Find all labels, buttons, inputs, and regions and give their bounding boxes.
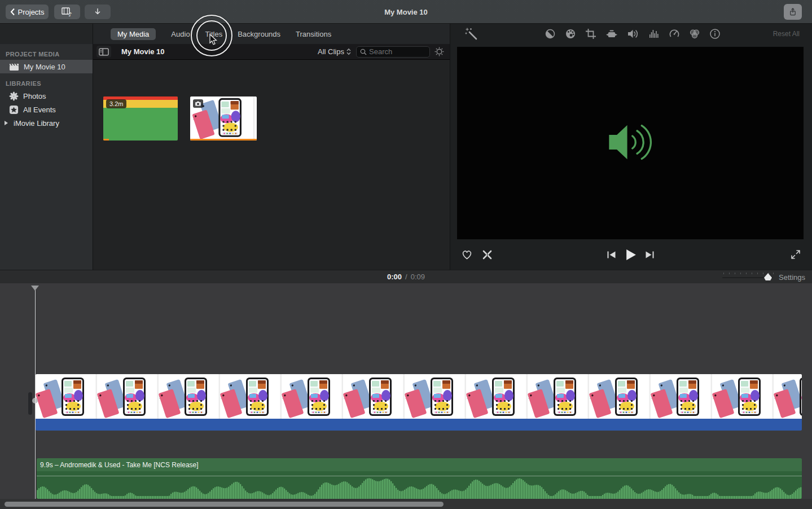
mouse-cursor (209, 34, 218, 46)
audio-clip-header: 9.9s – Andromedik & Used - Take Me [NCS … (37, 458, 802, 471)
total-duration: 0:09 (411, 273, 425, 281)
viewer-video-canvas[interactable] (457, 47, 804, 239)
sidebar-item-all-events[interactable]: All Events (0, 103, 93, 116)
browser-header: My Movie 10 All Clips (93, 44, 450, 60)
media-browser-grid: 3.2m (93, 60, 450, 270)
viewer-divider (450, 24, 450, 270)
sidebar-item-label: My Movie 10 (24, 63, 65, 71)
filmstrip-frames (36, 374, 802, 419)
volume-icon[interactable] (627, 28, 639, 40)
timeline[interactable]: 9.9s – Andromedik & Used - Take Me [NCS … (0, 283, 812, 499)
search-input[interactable] (369, 47, 426, 56)
all-clips-label: All Clips (318, 47, 344, 56)
media-tabbar: My Media Audio Titles Backgrounds Transi… (93, 24, 450, 44)
clapperboard-icon (9, 63, 19, 71)
current-time: 0:00 (387, 273, 402, 281)
time-separator: / (405, 273, 407, 281)
duration-badge: 3.2m (106, 99, 126, 108)
project-media-header: PROJECT MEDIA (0, 44, 93, 60)
sidebar-item-label: All Events (23, 106, 56, 114)
crop-icon[interactable] (585, 28, 596, 40)
libraries-header: LIBRARIES (0, 73, 93, 89)
camera-icon (195, 101, 201, 106)
browser-settings-gear-icon[interactable] (434, 47, 444, 56)
media-clip-audio[interactable]: 3.2m (103, 96, 178, 141)
color-balance-icon[interactable] (545, 28, 556, 40)
clip-info-icon[interactable] (709, 28, 721, 40)
previous-frame-icon[interactable] (607, 250, 616, 260)
volume-line[interactable] (37, 476, 802, 476)
timeline-audio-clip[interactable]: 9.9s – Andromedik & Used - Take Me [NCS … (37, 458, 802, 499)
color-correction-palette-icon[interactable] (565, 28, 576, 40)
sidebar-toggle-icon (99, 48, 109, 56)
tab-my-media[interactable]: My Media (111, 28, 156, 40)
video-clip-bar (36, 419, 802, 431)
timeline-settings-button[interactable]: Settings (779, 273, 805, 282)
photo-camera-badge (193, 99, 203, 108)
search-icon (360, 49, 367, 55)
horizontal-scrollbar[interactable] (5, 502, 444, 507)
media-clip-image[interactable] (190, 96, 257, 141)
sidebar-item-my-movie[interactable]: My Movie 10 (0, 60, 93, 73)
sidebar-toggle-button[interactable] (96, 46, 111, 58)
audio-clip-label: 9.9s – Andromedik & Used - Take Me [NCS … (40, 461, 199, 469)
tab-backgrounds[interactable]: Backgrounds (238, 28, 280, 40)
playhead-handle[interactable] (31, 286, 39, 291)
playhead-line[interactable] (35, 287, 36, 500)
star-icon (9, 105, 19, 115)
clip-edge-handle[interactable] (28, 392, 32, 415)
timeline-scroll-area (0, 499, 812, 509)
timeline-video-clip[interactable] (36, 374, 802, 431)
speed-gauge-icon[interactable] (669, 28, 680, 40)
sidebar-divider (93, 24, 93, 270)
upper-section: PROJECT MEDIA My Movie 10 LIBRARIES (0, 24, 812, 270)
next-frame-icon[interactable] (645, 250, 655, 260)
tab-audio[interactable]: Audio (171, 28, 190, 40)
speaker-sound-icon (605, 116, 657, 168)
window-title: My Movie 10 (0, 0, 812, 24)
stepper-chevrons-icon (346, 48, 352, 55)
disclosure-triangle-icon[interactable] (5, 121, 8, 125)
browser-title: My Movie 10 (121, 47, 165, 56)
all-clips-filter[interactable]: All Clips (318, 47, 352, 56)
top-toolbar: Projects ♪ My Movie 10 (0, 0, 812, 24)
audio-waveform (37, 471, 802, 499)
inspector-toolbar: Reset All (450, 24, 812, 44)
timeline-zoom-slider[interactable] (722, 270, 774, 284)
tab-transitions[interactable]: Transitions (296, 28, 331, 40)
search-field[interactable] (356, 46, 430, 58)
viewer-panel (450, 44, 812, 270)
sidebar-item-label: iMovie Library (14, 119, 59, 128)
noise-equalizer-icon[interactable] (648, 28, 660, 40)
photos-pinwheel-icon (9, 91, 19, 101)
fullscreen-icon[interactable] (791, 249, 801, 260)
sidebar: PROJECT MEDIA My Movie 10 LIBRARIES (0, 44, 93, 270)
sidebar-item-imovie-library[interactable]: iMovie Library (0, 116, 93, 130)
sidebar-item-label: Photos (23, 92, 46, 100)
share-icon (789, 7, 797, 17)
stabilization-camera-icon[interactable] (605, 28, 618, 40)
imovie-window: Projects ♪ My Movie 10 P (0, 0, 812, 509)
sidebar-item-photos[interactable]: Photos (0, 89, 93, 103)
play-button-icon[interactable] (624, 248, 637, 261)
enhance-wand-icon[interactable] (465, 27, 479, 41)
timecode-bar: 0:00 / 0:09 Settings (0, 270, 812, 283)
favorite-heart-icon[interactable] (461, 249, 473, 260)
share-button[interactable] (784, 4, 802, 20)
zoom-slider-thumb[interactable] (764, 273, 772, 280)
used-range-underline (190, 139, 257, 141)
reset-all-button[interactable]: Reset All (773, 24, 800, 44)
clip-filters-icon[interactable] (689, 28, 700, 40)
used-range-marker (103, 139, 109, 141)
reject-x-icon[interactable] (482, 249, 493, 260)
